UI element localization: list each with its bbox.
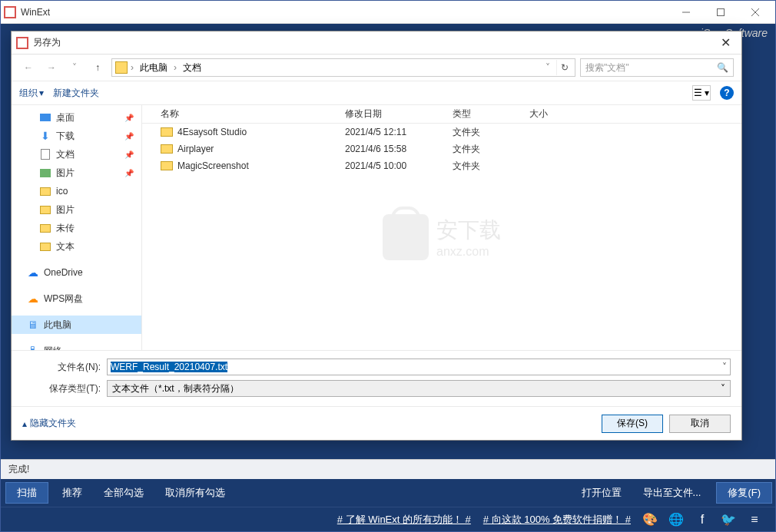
sidebar-item-label: WPS网盘 — [44, 292, 83, 306]
folder-icon — [161, 161, 173, 170]
hide-folders-link[interactable]: ▴ 隐藏文件夹 — [22, 417, 76, 430]
sidebar-item-icon: 🖧 — [27, 345, 39, 350]
globe-icon[interactable]: 🌐 — [666, 510, 686, 530]
file-name: MagicScreenshot — [177, 160, 249, 171]
view-menu[interactable]: ☰ ▾ — [692, 85, 711, 101]
up-button[interactable]: ↑ — [88, 58, 107, 77]
scan-button[interactable]: 扫描 — [5, 482, 48, 504]
links-bar: # 了解 WinExt 的所有功能！ # # 向这款 100% 免费软件捐赠！ … — [1, 507, 775, 531]
sidebar-item-label: 下载 — [56, 130, 75, 143]
file-date: 2021/4/5 10:00 — [339, 160, 446, 171]
file-name: 4Esaysoft Studio — [177, 127, 247, 137]
sidebar-item[interactable]: 文本 — [12, 237, 141, 256]
window-title: WinExt — [21, 7, 668, 18]
save-as-dialog: 另存为 ✕ ← → ˅ ↑ › 此电脑 › 文档 ˅ ↻ 搜索"文档" 🔍 组织… — [11, 31, 742, 441]
twitter-icon[interactable]: 🐦 — [718, 510, 738, 530]
sidebar-item[interactable]: 未传 — [12, 219, 141, 237]
nav-row: ← → ˅ ↑ › 此电脑 › 文档 ˅ ↻ 搜索"文档" 🔍 — [12, 55, 741, 81]
close-button[interactable] — [738, 2, 772, 23]
sidebar-item-label: 桌面 — [56, 111, 75, 124]
export-button[interactable]: 导出至文件... — [632, 479, 712, 507]
sidebar-item[interactable]: 🖧网络 — [12, 342, 141, 350]
toolbar-row: 组织 ▾ 新建文件夹 ☰ ▾ ? — [12, 81, 741, 105]
sidebar-item-icon — [39, 111, 51, 124]
filetype-select[interactable]: 文本文件（*.txt，制表符分隔） ˅ — [107, 380, 731, 397]
sidebar-item-label: 此电脑 — [44, 319, 71, 332]
dropdown-icon[interactable]: ˅ — [546, 62, 550, 73]
forward-button[interactable]: → — [42, 58, 61, 77]
col-size[interactable]: 大小 — [523, 107, 585, 121]
status-bar: 完成! — [1, 459, 775, 479]
bottom-toolbar: 扫描 推荐 全部勾选 取消所有勾选 打开位置 导出至文件... 修复(F) — [1, 479, 775, 507]
refresh-button[interactable]: ↻ — [556, 60, 572, 75]
breadcrumb-docs[interactable]: 文档 — [180, 61, 204, 74]
maximize-button[interactable] — [703, 2, 738, 23]
sidebar-item[interactable]: ⬇下载📌 — [12, 127, 141, 145]
filetype-dropdown-icon: ˅ — [721, 383, 725, 394]
sidebar-item-label: 网络 — [44, 345, 62, 351]
sidebar-item[interactable]: 图片📌 — [12, 164, 141, 182]
dialog-close-button[interactable]: ✕ — [714, 32, 737, 54]
col-name[interactable]: 名称 — [154, 107, 339, 121]
dialog-body: 桌面📌⬇下载📌文档📌图片📌ico图片未传文本☁OneDrive☁WPS网盘🖥此电… — [12, 105, 741, 350]
status-text: 完成! — [8, 463, 29, 476]
recent-dropdown[interactable]: ˅ — [65, 58, 84, 77]
file-list: 名称 修改日期 类型 大小 4Esaysoft Studio2021/4/5 1… — [142, 105, 741, 350]
new-folder-button[interactable]: 新建文件夹 — [53, 87, 99, 100]
select-all-button[interactable]: 全部勾选 — [93, 479, 154, 507]
cancel-button[interactable]: 取消 — [669, 415, 731, 433]
minimize-button[interactable] — [668, 2, 703, 23]
sidebar-item-icon: ⬇ — [39, 130, 51, 142]
filename-dropdown-icon[interactable]: ˅ — [718, 362, 727, 372]
sidebar-item[interactable]: 文档📌 — [12, 145, 141, 164]
sidebar-item-icon: ☁ — [27, 292, 39, 305]
col-type[interactable]: 类型 — [446, 107, 523, 121]
address-bar[interactable]: › 此电脑 › 文档 ˅ ↻ — [111, 58, 575, 77]
breadcrumb-sep: › — [174, 62, 177, 73]
fix-button[interactable]: 修复(F) — [716, 482, 772, 504]
sidebar-item[interactable]: 🖥此电脑 — [12, 316, 141, 334]
col-date[interactable]: 修改日期 — [339, 107, 446, 121]
breadcrumb-pc[interactable]: 此电脑 — [137, 61, 171, 74]
recommend-button[interactable]: 推荐 — [51, 479, 93, 507]
folder-icon — [115, 61, 128, 74]
open-location-button[interactable]: 打开位置 — [571, 479, 632, 507]
sidebar-item-icon — [39, 222, 51, 234]
donate-link[interactable]: # 向这款 100% 免费软件捐赠！ # — [483, 513, 631, 527]
palette-icon[interactable]: 🎨 — [640, 510, 660, 530]
help-button[interactable]: ? — [720, 86, 734, 100]
app-icon — [4, 6, 16, 18]
deselect-all-button[interactable]: 取消所有勾选 — [154, 479, 236, 507]
file-row[interactable]: MagicScreenshot2021/4/5 10:00文件夹 — [142, 157, 741, 174]
pin-icon: 📌 — [124, 169, 134, 177]
sidebar-item[interactable]: ico — [12, 182, 141, 200]
sidebar-item[interactable]: ☁WPS网盘 — [12, 289, 141, 308]
dialog-title: 另存为 — [33, 36, 714, 49]
sidebar-item-label: OneDrive — [44, 267, 83, 278]
filetype-value: 文本文件（*.txt，制表符分隔） — [112, 382, 239, 395]
filename-input[interactable]: WERF_Result_20210407.txt ˅ — [107, 359, 731, 375]
back-button[interactable]: ← — [19, 58, 38, 77]
facebook-icon[interactable]: f — [692, 510, 712, 530]
save-button[interactable]: 保存(S) — [602, 415, 663, 433]
file-row[interactable]: 4Esaysoft Studio2021/4/5 12:11文件夹 — [142, 124, 741, 140]
filename-value: WERF_Result_20210407.txt — [111, 362, 227, 372]
sidebar-item-label: 未传 — [56, 222, 75, 235]
sidebar-item[interactable]: 桌面📌 — [12, 108, 141, 127]
menu-icon[interactable]: ≡ — [744, 510, 764, 530]
sidebar-item-label: ico — [56, 186, 68, 197]
sidebar-item[interactable]: ☁OneDrive — [12, 263, 141, 282]
features-link[interactable]: # 了解 WinExt 的所有功能！ # — [337, 513, 471, 527]
search-box[interactable]: 搜索"文档" 🔍 — [580, 58, 734, 77]
sidebar-item[interactable]: 图片 — [12, 200, 141, 219]
search-placeholder: 搜索"文档" — [585, 61, 629, 74]
svg-rect-1 — [717, 8, 724, 15]
sidebar-item-icon — [39, 240, 51, 253]
file-row[interactable]: Airplayer2021/4/6 15:58文件夹 — [142, 140, 741, 157]
pin-icon: 📌 — [124, 132, 134, 140]
pin-icon: 📌 — [124, 114, 134, 122]
organize-menu[interactable]: 组织 ▾ — [19, 87, 44, 100]
file-name: Airplayer — [177, 144, 214, 154]
sidebar-item-label: 文档 — [56, 148, 75, 161]
bottom-inputs: 文件名(N): WERF_Result_20210407.txt ˅ 保存类型(… — [12, 350, 741, 406]
